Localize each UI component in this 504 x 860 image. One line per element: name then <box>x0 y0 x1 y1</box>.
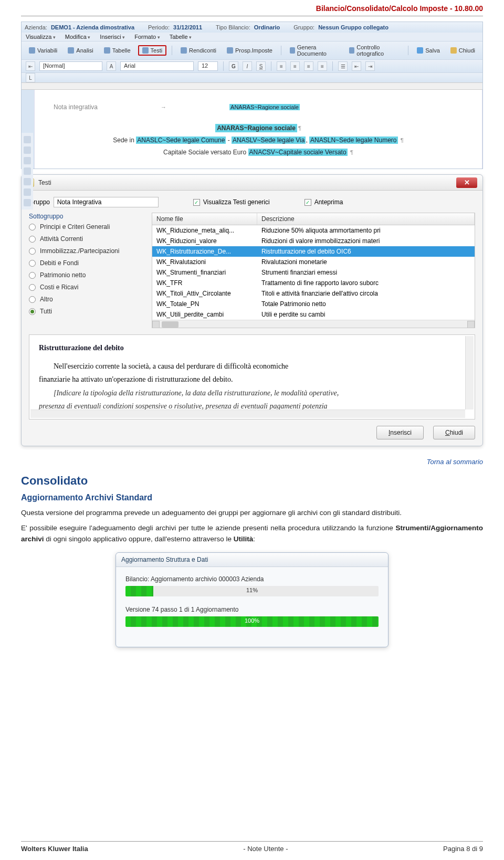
arrow-icon: → <box>161 104 166 110</box>
side-tool-icon[interactable] <box>24 188 31 196</box>
toolbar-spell[interactable]: Controllo ortografico <box>346 43 403 58</box>
outdent-icon[interactable]: ⇤ <box>26 61 35 71</box>
radio-patrimonio-netto[interactable]: Patrimonio netto <box>29 271 144 279</box>
checkbox-visualizza[interactable]: ✓ Visualizza Testi generici <box>193 198 270 206</box>
menu-inserisci[interactable]: Inserisci <box>100 34 125 40</box>
style-select[interactable]: [Normal] <box>39 61 102 71</box>
side-tool-icon[interactable] <box>24 146 31 154</box>
table-icon <box>104 47 110 54</box>
label-gruppo: Gruppo: <box>293 24 314 30</box>
underline-button[interactable]: S <box>256 61 266 71</box>
side-tool-icon[interactable] <box>24 167 31 175</box>
cell-nomefile: WK_Totale_PN <box>152 299 257 309</box>
main-toolbar: Variabili Analisi Tabelle Testi Rendicon… <box>22 41 482 59</box>
radio-label: Principi e Criteri Generali <box>40 223 110 230</box>
value-azienda: DEMO1 - Azienda dimostrativa <box>51 24 134 30</box>
menu-bar: Visualizza Modifica Inserisci Formato Ta… <box>22 33 482 41</box>
ruler-left-icon[interactable]: L <box>26 73 35 82</box>
footer-right: Pagina 8 di 9 <box>443 845 483 853</box>
toolbar-salva[interactable]: Salva <box>414 46 443 55</box>
table-row[interactable]: WK_Riduzioni_valoreRiduzioni di valore i… <box>152 236 475 246</box>
gruppo-select[interactable]: Nota Integrativa <box>54 197 159 207</box>
menu-modifica[interactable]: Modifica <box>65 34 90 40</box>
toolbar-testi[interactable]: Testi <box>138 45 167 56</box>
label-tipo: Tipo Bilancio: <box>216 24 250 30</box>
font-icon[interactable]: A <box>107 61 116 71</box>
table-row[interactable]: WK_RivalutazioniRivalutazioni monetarie <box>152 257 475 267</box>
toolbar-prospimposte[interactable]: Prosp.Imposte <box>224 46 276 55</box>
side-tool-icon[interactable] <box>24 136 31 143</box>
table-row[interactable]: WK_Titoli_Attiv_CircolanteTitoli e attiv… <box>152 288 475 299</box>
toolbar-genera[interactable]: Genera Documento <box>287 43 342 58</box>
indent-button[interactable]: ⇥ <box>365 61 375 71</box>
radio-altro[interactable]: Altro <box>29 296 144 303</box>
horizontal-scrollbar[interactable] <box>152 320 475 328</box>
align-left-button[interactable]: ≡ <box>277 61 286 71</box>
toolbar-tabelle[interactable]: Tabelle <box>101 46 134 55</box>
radio-icon <box>29 284 36 291</box>
doc-field-via: ANASLV~Sede legale Via <box>232 137 306 144</box>
scroll-thumb[interactable] <box>162 321 178 328</box>
align-justify-button[interactable]: ≡ <box>318 61 327 71</box>
side-tool-icon[interactable] <box>24 157 31 164</box>
cell-nomefile: WK_Ristrutturazione_De... <box>152 246 257 257</box>
align-center-button[interactable]: ≡ <box>290 61 300 71</box>
dialog-close-button[interactable]: ✕ <box>456 177 477 188</box>
toolbar-chiudi[interactable]: Chiudi <box>447 46 478 55</box>
column-descrizione[interactable]: Descrizione <box>257 213 475 225</box>
radio-tutti[interactable]: Tutti <box>29 308 144 315</box>
page-header: Bilancio/Consolidato/Calcolo Imposte - 1… <box>0 0 504 14</box>
radio-debiti-e-fondi[interactable]: Debiti e Fondi <box>29 259 144 267</box>
italic-button[interactable]: I <box>243 61 252 71</box>
inserisci-button[interactable]: Inserisci <box>376 426 424 439</box>
radio-attivit-correnti[interactable]: Attività Correnti <box>29 235 144 243</box>
back-to-summary-link[interactable]: Torna al sommario <box>21 458 483 466</box>
value-tipo: Ordinario <box>254 24 280 30</box>
table-row[interactable]: WK_Ristrutturazione_De...Ristrutturazion… <box>152 246 475 257</box>
doc-sede-mid: - <box>226 137 232 144</box>
progress-label-1: Bilancio: Aggiornamento archivio 000003 … <box>125 575 379 583</box>
text-icon <box>142 47 149 54</box>
font-select[interactable]: Arial <box>120 61 194 71</box>
preview-vscroll[interactable] <box>465 336 474 410</box>
radio-immobilizzaz-partecipazioni[interactable]: Immobilizzaz./Partecipazioni <box>29 247 144 255</box>
sottogruppo-label: Sottogruppo <box>29 213 144 220</box>
radio-principi-e-criteri-generali[interactable]: Principi e Criteri Generali <box>29 223 144 230</box>
align-right-button[interactable]: ≡ <box>304 61 313 71</box>
doc-field-comune: ANASLC~Sede legale Comune <box>136 137 226 144</box>
checkbox-anteprima[interactable]: ✓ Anteprima <box>304 198 343 206</box>
doc-cap-pre: Capitale Sociale versato Euro <box>163 149 248 156</box>
side-tool-icon[interactable] <box>24 178 31 185</box>
table-row[interactable]: WK_Strumenti_finanziariStrumenti finanzi… <box>152 267 475 278</box>
table-row[interactable]: WK_TFRTrattamento di fine rapporto lavor… <box>152 278 475 288</box>
toolbar-variabili[interactable]: Variabili <box>26 46 60 55</box>
menu-visualizza[interactable]: Visualizza <box>26 34 56 40</box>
outdent-button[interactable]: ⇤ <box>352 61 361 71</box>
toolbar-rendiconti[interactable]: Rendiconti <box>177 46 219 55</box>
menu-tabelle[interactable]: Tabelle <box>170 34 192 40</box>
radio-costi-e-ricavi[interactable]: Costi e Ricavi <box>29 284 144 291</box>
preview-hscroll[interactable] <box>30 410 465 418</box>
scroll-right-icon[interactable] <box>467 321 475 328</box>
dialog-title: Testi <box>38 179 51 186</box>
toolbar-analisi[interactable]: Analisi <box>65 46 96 55</box>
table-row[interactable]: WK_Utili_perdite_cambiUtili e perdite su… <box>152 309 475 320</box>
side-tool-icon[interactable] <box>24 199 31 206</box>
scroll-left-icon[interactable] <box>152 321 160 328</box>
toolbar-rendiconti-label: Rendiconti <box>189 47 216 54</box>
cell-nomefile: WK_TFR <box>152 278 257 288</box>
toolbar-chiudi-label: Chiudi <box>459 47 475 54</box>
chiudi-button[interactable]: Chiudi <box>433 426 475 439</box>
cell-descrizione: Ristrutturazione del debito OIC6 <box>257 246 475 257</box>
table-row[interactable]: WK_Totale_PNTotale Patrimonio netto <box>152 299 475 309</box>
toolbar-genera-label: Genera Documento <box>297 44 339 57</box>
list-button[interactable]: ☰ <box>338 61 348 71</box>
radio-icon <box>29 236 36 243</box>
cell-descrizione: Strumenti finanziari emessi <box>257 267 475 278</box>
size-select[interactable]: 12 <box>198 61 218 71</box>
radio-icon <box>29 308 36 315</box>
bold-button[interactable]: G <box>229 61 238 71</box>
column-nomefile[interactable]: Nome file <box>152 213 257 225</box>
table-row[interactable]: WK_Riduzione_meta_aliq...Riduzione 50% a… <box>152 225 475 236</box>
menu-formato[interactable]: Formato <box>134 34 160 40</box>
